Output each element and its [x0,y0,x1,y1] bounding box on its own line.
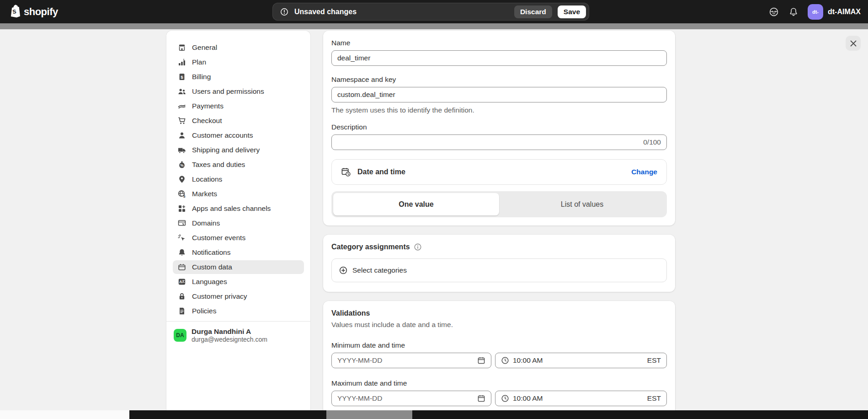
sidebar-item-label: Policies [192,307,216,315]
sidebar-item-label: General [192,43,217,52]
maximum-datetime-row: EST [331,391,667,406]
tab-one-value[interactable]: One value [333,193,499,215]
languages-icon: A [177,277,186,286]
namespace-help-text: The system uses this to identify the def… [331,106,667,114]
calendar-icon[interactable] [477,356,485,365]
tab-list-of-values[interactable]: List of values [499,193,665,215]
maximum-time-field: EST [495,391,667,406]
sidebar-item-label: Shipping and delivery [192,146,260,154]
minimum-date-input[interactable] [337,354,474,367]
dimmed-background-strip [0,23,868,29]
name-input[interactable] [331,50,667,66]
custom-data-icon [177,263,186,272]
sidebar-item-label: Billing [192,73,211,81]
unsaved-changes-banner: Unsaved changes Discard Save [272,3,589,21]
sidebar-item-notifications[interactable]: Notifications [173,246,304,259]
cursor-events-icon [177,233,186,242]
bottom-bar-gray-segment [326,410,412,419]
maximum-timezone: EST [647,394,661,403]
discard-button[interactable]: Discard [514,5,552,18]
category-assignments-title: Category assignments [331,243,410,251]
sidebar-item-payments[interactable]: Payments [173,99,304,113]
validations-card: Validations Values must include a date a… [323,301,675,418]
notification-bell-icon [177,248,186,257]
user-account[interactable]: DA Durga Nandhini A durga@wedesigntech.c… [166,322,310,349]
sidebar-item-label: Users and permissions [192,87,264,96]
validations-title: Validations [331,309,370,317]
maximum-date-field [331,391,491,406]
sidebar-item-customer-privacy[interactable]: Customer privacy [173,290,304,303]
maximum-time-input[interactable] [513,392,644,405]
category-assignments-card: Category assignments [323,235,675,292]
user-email: durga@wedesigntech.com [192,336,267,344]
sidebar-item-customer-events[interactable]: Customer events [173,231,304,245]
sidebar-item-plan[interactable]: Plan [173,55,304,69]
sidebar-item-billing[interactable]: $ Billing [173,70,304,84]
minimum-time-field: EST [495,353,667,368]
validations-subtitle: Values must include a date and a time. [331,321,667,329]
svg-text:%: % [180,163,183,167]
namespace-input[interactable] [331,87,667,102]
minimum-time-input[interactable] [513,354,644,367]
dimmed-bottom-bar [0,410,868,419]
sidebar-item-locations[interactable]: Locations [173,172,304,186]
sidebar-item-label: Customer privacy [192,292,247,301]
payments-icon [177,102,186,111]
users-icon [177,87,186,96]
sidebar-item-label: Languages [192,278,227,286]
settings-content: General Plan [0,29,868,410]
minimum-timezone: EST [647,356,661,365]
shopify-bag-icon: S [8,4,21,20]
location-pin-icon [177,175,186,184]
change-type-link[interactable]: Change [631,168,657,176]
metafield-definition-form: Name Namespace and key The system uses t… [323,31,675,419]
calendar-clock-icon [341,167,351,177]
cart-icon [177,116,186,125]
sidebar-item-policies[interactable]: Policies [173,304,304,318]
sidebar-item-checkout[interactable]: Checkout [173,114,304,128]
description-char-counter: 0/100 [643,138,661,146]
sidebar-item-label: Customer events [192,234,245,242]
sidebar-item-label: Checkout [192,117,222,125]
shopify-wordmark: shopify [24,6,58,18]
select-categories-button[interactable]: Select categories [331,258,667,282]
plan-chart-icon [177,58,186,67]
bell-icon[interactable] [788,7,799,17]
maximum-date-input[interactable] [337,392,474,405]
sidebar-item-label: Domains [192,219,220,227]
svg-text:S: S [12,8,17,15]
store-avatar: dt- [808,4,823,20]
info-icon[interactable] [414,243,422,251]
close-icon[interactable] [846,36,861,51]
alert-circle-icon [280,7,289,16]
content-type-row: Date and time Change [331,159,667,185]
minimum-date-field [331,353,491,368]
save-button[interactable]: Save [558,5,586,18]
sidebar-item-label: Customer accounts [192,131,253,140]
user-avatar: DA [174,329,186,342]
sidebar-item-label: Payments [192,102,224,110]
sidebar-item-languages[interactable]: A Languages [173,275,304,289]
bottom-bar-light-segment [0,410,129,419]
settings-modal: S shopify Unsaved changes Discard Save [0,0,868,419]
description-input[interactable] [337,135,639,149]
topbar: S shopify Unsaved changes Discard Save [0,0,868,23]
sidebar-item-taxes-and-duties[interactable]: % Taxes and duties [173,158,304,172]
cardinality-segmented-control: One value List of values [331,191,667,217]
sidebar-item-markets[interactable]: $ Markets [173,187,304,201]
calendar-icon[interactable] [477,394,485,403]
sidebar-item-custom-data[interactable]: Custom data [173,260,304,274]
store-menu[interactable]: dt- dt-AIMAX [808,4,861,20]
sidekick-icon[interactable] [768,6,779,17]
sidebar-item-general[interactable]: General [173,41,304,54]
sidebar-item-users-and-permissions[interactable]: Users and permissions [173,85,304,98]
storefront-icon [177,43,186,52]
sidebar-item-customer-accounts[interactable]: Customer accounts [173,129,304,142]
sidebar-item-apps-and-sales-channels[interactable]: Apps and sales channels [173,202,304,215]
sidebar-item-domains[interactable]: Domains [173,216,304,230]
sidebar-item-shipping-and-delivery[interactable]: Shipping and delivery [173,143,304,157]
definition-card: Name Namespace and key The system uses t… [323,31,675,226]
person-icon [177,131,186,140]
truck-icon [177,145,186,155]
svg-text:$: $ [183,194,186,199]
